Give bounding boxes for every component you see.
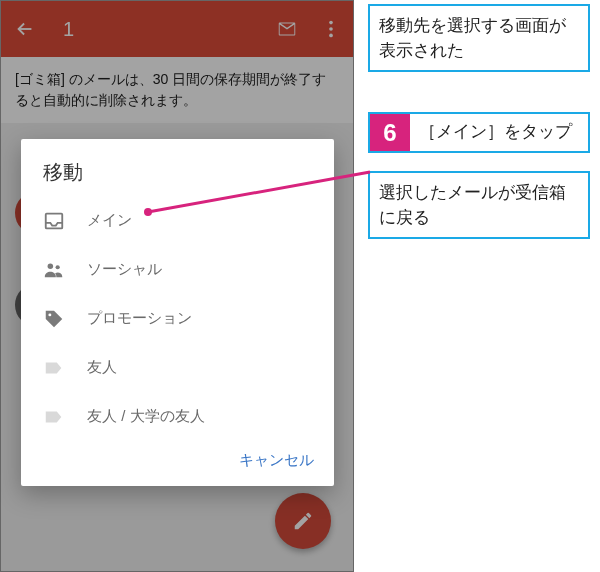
svg-point-1 xyxy=(329,27,333,31)
step-number: 6 xyxy=(370,114,410,151)
option-label: 友人 / 大学の友人 xyxy=(87,407,205,426)
dialog-actions: キャンセル xyxy=(21,441,334,480)
mail-icon[interactable] xyxy=(275,17,299,41)
move-option-social[interactable]: ソーシャル xyxy=(21,245,334,294)
label-icon xyxy=(43,357,65,379)
svg-point-5 xyxy=(56,265,60,269)
tag-icon xyxy=(43,308,65,330)
move-option-friends-university[interactable]: 友人 / 大学の友人 xyxy=(21,392,334,441)
svg-point-0 xyxy=(329,21,333,25)
compose-fab[interactable] xyxy=(275,493,331,549)
svg-point-6 xyxy=(48,313,51,316)
option-label: 友人 xyxy=(87,358,117,377)
move-option-promotions[interactable]: プロモーション xyxy=(21,294,334,343)
move-option-friends[interactable]: 友人 xyxy=(21,343,334,392)
option-label: メイン xyxy=(87,211,132,230)
step-text: ［メイン］をタップ xyxy=(410,114,581,151)
option-label: ソーシャル xyxy=(87,260,162,279)
annotation-column: 移動先を選択する画面が表示された 6 ［メイン］をタップ 選択したメールが受信箱… xyxy=(368,4,590,257)
toolbar: 1 xyxy=(1,1,353,57)
annotation-note: 移動先を選択する画面が表示された xyxy=(368,4,590,72)
svg-point-4 xyxy=(48,263,54,269)
people-icon xyxy=(43,259,65,281)
trash-notice: [ゴミ箱] のメールは、30 日間の保存期間が終了すると自動的に削除されます。 xyxy=(1,57,353,123)
option-label: プロモーション xyxy=(87,309,192,328)
move-option-main[interactable]: メイン xyxy=(21,196,334,245)
dialog-title: 移動 xyxy=(21,139,334,196)
svg-point-2 xyxy=(329,34,333,38)
annotation-note: 選択したメールが受信箱に戻る xyxy=(368,171,590,239)
back-arrow-icon[interactable] xyxy=(11,15,39,43)
selection-count: 1 xyxy=(63,18,275,41)
cancel-button[interactable]: キャンセル xyxy=(239,451,314,470)
overflow-menu-icon[interactable] xyxy=(319,17,343,41)
inbox-icon xyxy=(43,210,65,232)
phone-screenshot: 1 [ゴミ箱] のメールは、30 日間の保存期間が終了すると自動的に削除されます… xyxy=(0,0,354,572)
label-icon xyxy=(43,406,65,428)
move-dialog: 移動 メイン ソーシャル プロモーション 友人 xyxy=(21,139,334,486)
annotation-step-6: 6 ［メイン］をタップ xyxy=(368,112,590,153)
